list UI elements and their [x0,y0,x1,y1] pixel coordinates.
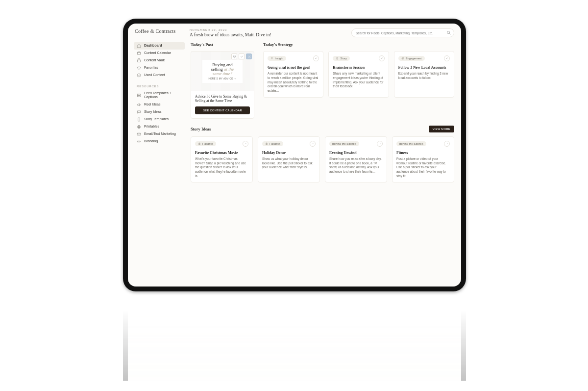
svg-rect-8 [138,118,140,121]
svg-rect-6 [138,96,139,97]
sidebar-item-content-calendar[interactable]: Content Calendar [134,50,185,57]
card-title: Going viral is not the goal [268,65,319,70]
tablet-frame: Coffee & Contracts NOVEMBER 29, 2023 A f… [123,19,466,291]
story-idea-card[interactable]: Holidays Favorite Christmas Movie What's… [191,136,253,183]
svg-point-3 [137,74,141,77]
tree-icon [265,142,268,145]
phone-icon [137,117,141,122]
svg-rect-5 [139,94,141,95]
chat-icon [137,110,141,114]
mark-done-button[interactable] [313,55,319,61]
header-date: NOVEMBER 29, 2023 [190,28,351,31]
strategy-card[interactable]: Engagement Follow 3 New Local Accounts E… [394,51,454,98]
sidebar-item-label: Favorites [144,66,158,70]
sidebar-item-email-marketing[interactable]: Email/Text Marketing [134,130,185,138]
grid-icon [137,93,141,98]
todays-strategy-section: Today's Strategy Insight [263,42,454,119]
header-greeting: A fresh brew of ideas awaits, Matt. Dive… [190,32,351,37]
todays-post-section: Today's Post Buying and sell [191,42,254,119]
sidebar-item-label: Content Vault [144,58,165,62]
section-title-story-ideas: Story Ideas [191,127,211,131]
card-title: Favorite Christmas Movie [195,151,248,155]
section-title-todays-post: Today's Post [191,42,254,47]
sidebar-item-dashboard[interactable]: Dashboard [134,42,185,50]
card-body: A reminder our content is not meant to r… [268,72,319,93]
mark-done-button[interactable] [377,141,383,147]
sidebar-item-label: Feed Templates + Captions [144,91,182,100]
search-input[interactable] [351,28,454,37]
sidebar-item-label: Branding [144,139,158,143]
shuffle-button[interactable] [246,53,252,59]
story-ideas-section: Story Ideas VIEW MORE Holidays [191,126,454,183]
card-body: Expand your reach by finding 3 new local… [398,72,450,80]
tag-insight: Insight [268,56,286,61]
svg-point-15 [402,57,404,59]
mark-done-button[interactable] [379,55,385,61]
strategy-card[interactable]: Insight Going viral is not the goal A re… [263,51,323,98]
app-screen: Coffee & Contracts NOVEMBER 29, 2023 A f… [128,24,461,287]
tag-holidays: Holidays [195,141,216,146]
mark-done-button[interactable] [239,53,245,59]
svg-rect-4 [138,94,139,95]
card-body: Show us what your holiday decor looks li… [262,157,316,170]
see-content-calendar-button[interactable]: SEE CONTENT CALENDAR [195,106,250,114]
svg-rect-12 [137,133,141,135]
mail-icon [137,132,141,136]
megaphone-icon [137,103,141,107]
sidebar: Dashboard Content Calendar Content Vault… [128,40,188,287]
home-icon [137,44,141,48]
card-body: Post a picture or video of your workout … [396,157,450,178]
lightbulb-icon [270,57,273,60]
strategy-card[interactable]: Story Brainstorm Session Share any new m… [328,51,389,98]
sidebar-item-label: Story Templates [144,117,169,121]
tag-behind-the-scenes: Behind the Scenes [329,141,359,146]
svg-rect-7 [139,96,141,97]
story-idea-card[interactable]: Behind the Scenes Fitness Post a picture… [392,136,454,183]
sidebar-item-reel-ideas[interactable]: Reel Ideas [134,101,185,108]
section-title-todays-strategy: Today's Strategy [263,42,454,47]
sidebar-item-content-vault[interactable]: Content Vault [134,57,185,64]
heart-icon [137,66,141,70]
card-title: Holiday Decor [262,151,316,155]
card-title: Fitness [396,151,450,155]
todays-post-card[interactable]: Buying and selling at the same time? HER… [191,51,254,119]
card-title: Brainstorm Session [333,65,384,70]
header: Coffee & Contracts NOVEMBER 29, 2023 A f… [128,24,461,40]
sidebar-item-branding[interactable]: Branding [134,138,185,145]
svg-rect-9 [138,126,140,128]
svg-point-0 [447,31,450,34]
card-body: Share how you relax after a busy day. It… [329,157,383,174]
story-idea-card[interactable]: Behind the Scenes Evening Unwind Share h… [325,136,387,183]
sidebar-item-label: Dashboard [144,44,162,48]
printer-icon [137,125,141,129]
search-wrap [351,28,454,37]
main: Today's Post Buying and sell [188,40,461,287]
svg-point-13 [271,57,273,59]
sidebar-item-printables[interactable]: Printables [134,123,185,130]
sidebar-group-resources: RESOURCES [134,79,185,90]
sidebar-item-favorites[interactable]: Favorites [134,64,185,72]
mark-done-button[interactable] [444,141,450,147]
post-image-overlay: Buying and selling at the same time? HER… [202,60,243,83]
view-more-button[interactable]: VIEW MORE [429,126,454,132]
card-title: Evening Unwind [329,151,383,155]
sidebar-item-feed-templates[interactable]: Feed Templates + Captions [134,90,185,101]
story-idea-card[interactable]: Holidays Holiday Decor Show us what your… [258,136,320,183]
sidebar-item-story-ideas[interactable]: Story Ideas [134,108,185,116]
sidebar-item-story-templates[interactable]: Story Templates [134,116,185,123]
card-title: Follow 3 New Local Accounts [398,65,450,70]
tag-behind-the-scenes: Behind the Scenes [396,141,426,146]
favorite-button[interactable] [231,53,237,59]
card-body: Share any new marketing or client engage… [333,72,384,89]
phone-icon [336,57,339,60]
sidebar-item-label: Email/Text Marketing [144,132,176,136]
search-icon [446,30,451,35]
brand-logo: Coffee & Contracts [135,28,188,34]
mark-done-button[interactable] [444,55,450,61]
mark-done-button[interactable] [243,141,248,147]
sidebar-item-used-content[interactable]: Used Content [134,72,185,79]
target-icon [401,57,404,60]
mark-done-button[interactable] [310,141,316,147]
tag-engagement: Engagement [398,56,425,61]
sidebar-item-label: Used Content [144,73,165,77]
